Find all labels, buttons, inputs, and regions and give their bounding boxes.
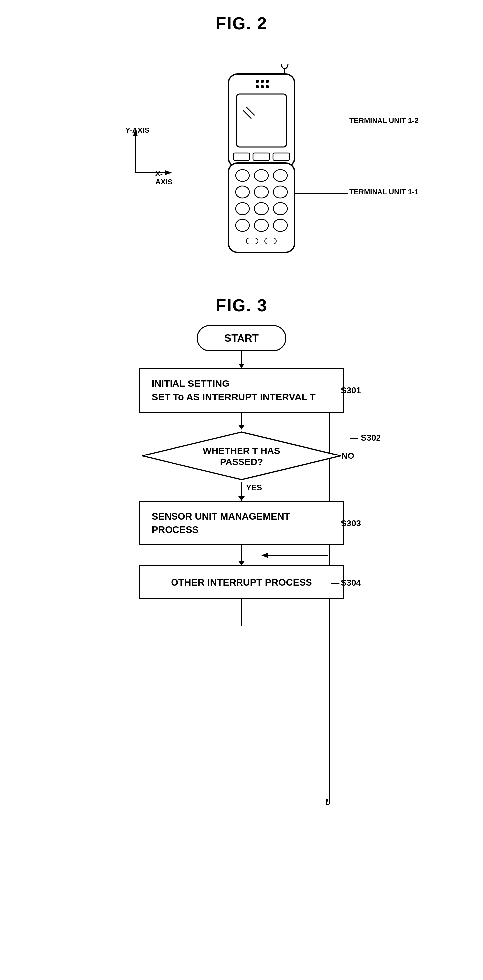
no-label: NO — [342, 451, 354, 461]
svg-point-12 — [266, 85, 269, 88]
step301-box: INITIAL SETTING SET To AS INTERRUPT INTE… — [139, 368, 344, 413]
fig2-content: Y-AXIS X-AXIS — [109, 43, 374, 275]
svg-rect-32 — [246, 238, 258, 244]
svg-rect-18 — [273, 153, 289, 160]
svg-marker-44 — [261, 553, 268, 558]
svg-point-7 — [256, 80, 259, 83]
step301-label-container: — S301 — [331, 385, 361, 395]
start-shape: START — [197, 325, 286, 351]
svg-point-9 — [266, 80, 269, 83]
svg-rect-30 — [254, 219, 269, 231]
terminal-upper-label: TERMINAL UNIT 1-2 — [349, 116, 419, 125]
step302-label: — S302 — [350, 433, 381, 443]
fig3-title: FIG. 3 — [216, 295, 267, 315]
svg-point-11 — [261, 85, 264, 88]
y-axis-label: Y-AXIS — [126, 126, 149, 135]
arrow2 — [92, 413, 391, 429]
svg-text:WHETHER T HAS: WHETHER T HAS — [203, 445, 280, 456]
svg-rect-24 — [254, 186, 269, 198]
svg-rect-33 — [265, 238, 276, 244]
svg-point-8 — [261, 80, 264, 83]
step303-box: SENSOR UNIT MANAGEMENT PROCESS — [139, 501, 344, 546]
svg-rect-26 — [235, 203, 249, 215]
step303-line2: PROCESS — [152, 523, 331, 537]
step304-row: OTHER INTERRUPT PROCESS — S304 — [92, 565, 391, 600]
arrow3 — [92, 546, 391, 565]
step304-box: OTHER INTERRUPT PROCESS — [139, 565, 344, 600]
svg-rect-13 — [237, 94, 286, 147]
step304-label-container: — S304 — [331, 577, 361, 587]
step304-label: S304 — [341, 577, 361, 587]
step301-row: INITIAL SETTING SET To AS INTERRUPT INTE… — [92, 368, 391, 413]
start-row: START — [92, 325, 391, 351]
svg-text:PASSED?: PASSED? — [220, 457, 263, 467]
svg-marker-39 — [326, 799, 329, 806]
step304-text: OTHER INTERRUPT PROCESS — [171, 577, 312, 587]
svg-point-5 — [281, 64, 288, 69]
step301-line1: INITIAL SETTING — [152, 377, 331, 390]
yes-label: YES — [246, 483, 262, 492]
step301-line2: SET To AS INTERRUPT INTERVAL T — [152, 390, 331, 404]
step301-label: S301 — [341, 385, 361, 395]
svg-rect-27 — [254, 203, 269, 215]
svg-marker-40 — [142, 432, 341, 480]
fig2-section: FIG. 2 Y-AXIS X-AXIS — [0, 0, 483, 275]
svg-rect-29 — [235, 219, 249, 231]
svg-point-10 — [256, 85, 259, 88]
fig3-section: FIG. 3 START INITIAL SETTING SET To AS I… — [0, 275, 483, 652]
step301-dash: — — [331, 385, 339, 395]
loop-horizontal-svg — [255, 546, 328, 565]
step303-label: S303 — [341, 518, 361, 528]
step302-diamond-svg: WHETHER T HAS PASSED? — [126, 429, 357, 482]
step302-row: WHETHER T HAS PASSED? — S302 NO — [92, 429, 391, 482]
svg-rect-17 — [253, 153, 270, 160]
step303-dash: — — [331, 518, 339, 528]
svg-rect-28 — [273, 203, 287, 215]
x-axis-label: X-AXIS — [155, 169, 172, 186]
svg-rect-31 — [273, 219, 287, 231]
step303-label-container: — S303 — [331, 518, 361, 528]
svg-rect-25 — [273, 186, 287, 198]
svg-rect-16 — [233, 153, 250, 160]
svg-rect-23 — [235, 186, 249, 198]
arrow1 — [92, 351, 391, 368]
step302-dash: — — [350, 433, 358, 442]
yes-arrow-row: YES — [92, 482, 391, 501]
fig2-title: FIG. 2 — [216, 13, 267, 33]
flowchart-wrapper: START INITIAL SETTING SET To AS INTERRUP… — [92, 325, 391, 626]
axes-container: Y-AXIS X-AXIS — [126, 126, 172, 180]
svg-rect-21 — [254, 170, 269, 181]
svg-rect-20 — [235, 170, 249, 181]
step303-line1: SENSOR UNIT MANAGEMENT — [152, 509, 331, 523]
svg-rect-22 — [273, 170, 287, 181]
bottom-arrow — [92, 600, 391, 626]
phone-svg — [208, 64, 315, 263]
phone-container: TERMINAL UNIT 1-2 TERMINAL UNIT 1-1 — [208, 64, 315, 264]
step303-row: SENSOR UNIT MANAGEMENT PROCESS — S303 — [92, 501, 391, 546]
step304-dash: — — [331, 577, 339, 587]
page-container: FIG. 2 Y-AXIS X-AXIS — [0, 0, 483, 980]
terminal-lower-label: TERMINAL UNIT 1-1 — [349, 188, 419, 196]
